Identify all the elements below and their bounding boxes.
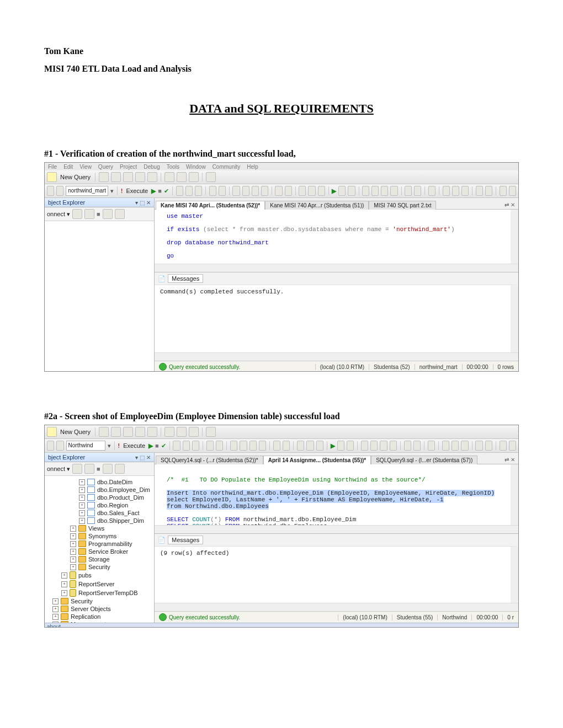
execute-excl-icon[interactable]: ! (118, 442, 120, 449)
toolbar-btn[interactable] (135, 172, 145, 182)
toolbar-btn[interactable] (192, 441, 199, 451)
stop-icon[interactable]: ■ (155, 442, 159, 449)
tree-item-label[interactable]: dbo.Employee_Dim (97, 486, 150, 493)
tree-item-label[interactable]: Security (71, 598, 93, 604)
toolbar-btn[interactable] (500, 186, 507, 196)
toolbar-btn[interactable] (413, 441, 421, 451)
execute-button[interactable]: Execute (122, 442, 146, 449)
toolbar-btn[interactable] (390, 186, 397, 196)
continue-icon[interactable]: ▶ (332, 188, 336, 195)
object-explorer-tree[interactable]: +dbo.DateDim +dbo.Employee_Dim +dbo.Prod… (45, 476, 154, 623)
oe-toolbar-btn[interactable] (84, 464, 94, 474)
toolbar-btn[interactable] (135, 427, 145, 437)
toolbar-btn[interactable] (273, 441, 280, 451)
toolbar-btn[interactable] (123, 172, 133, 182)
expand-icon[interactable]: + (79, 510, 85, 516)
new-query-button[interactable]: New Query (59, 174, 92, 180)
expand-icon[interactable]: + (79, 502, 85, 508)
toolbar-btn[interactable] (283, 441, 290, 451)
object-explorer-tree[interactable] (45, 221, 154, 372)
toolbar-btn[interactable] (362, 186, 369, 196)
toolbar-btn[interactable] (259, 441, 266, 451)
expand-icon[interactable]: + (52, 598, 59, 604)
tree-item-label[interactable]: Server Objects (71, 606, 111, 612)
toolbar-btn[interactable] (390, 441, 397, 451)
toolbar-btn[interactable] (316, 441, 323, 451)
toolbar-btn[interactable] (252, 186, 259, 196)
pane-controls[interactable]: ▾ ⬚ ✕ (135, 200, 151, 206)
menu-query[interactable]: Query (98, 164, 113, 170)
tree-item-label[interactable]: Service Broker (88, 548, 128, 555)
menu-file[interactable]: File (48, 164, 57, 170)
toolbar-btn[interactable] (428, 186, 435, 196)
expand-icon[interactable]: + (52, 606, 59, 612)
toolbar-btn[interactable] (371, 186, 379, 196)
connect-dropdown[interactable]: onnect ▾ (47, 211, 70, 218)
oe-toolbar-btn[interactable] (72, 464, 82, 474)
oe-stop-icon[interactable]: ■ (97, 465, 100, 472)
toolbar-btn[interactable] (442, 441, 449, 451)
stop-icon[interactable]: ■ (158, 188, 162, 194)
expand-icon[interactable]: + (70, 533, 76, 539)
toolbar-btn[interactable] (443, 186, 450, 196)
toolbar-btn[interactable] (485, 186, 492, 196)
continue-icon[interactable]: ▶ (331, 442, 335, 449)
toolbar-btn[interactable] (173, 441, 180, 451)
expand-icon[interactable]: + (61, 581, 67, 587)
expand-icon[interactable]: + (70, 556, 76, 563)
tab-controls[interactable]: ⇄ ✕ (501, 201, 518, 209)
toolbar-btn[interactable] (414, 186, 421, 196)
open-icon[interactable] (164, 172, 174, 182)
sql-editor[interactable]: use master if exists (select * from mast… (155, 210, 518, 264)
oe-stop-icon[interactable]: ■ (97, 211, 100, 217)
expand-icon[interactable]: + (70, 564, 76, 570)
toolbar-btn[interactable] (308, 186, 315, 196)
expand-icon[interactable]: + (70, 526, 76, 532)
menu-project[interactable]: Project (120, 164, 137, 170)
toolbar-btn[interactable] (185, 186, 193, 196)
expand-icon[interactable]: + (52, 622, 59, 623)
menu-view[interactable]: View (79, 164, 92, 170)
menu-debug[interactable]: Debug (144, 164, 160, 170)
toolbar-btn[interactable] (111, 172, 121, 182)
toolbar-btn[interactable] (299, 186, 306, 196)
toolbar-btn[interactable] (461, 186, 469, 196)
toolbar-btn[interactable] (509, 441, 516, 451)
oe-toolbar-btn[interactable] (115, 209, 125, 219)
tree-item-label[interactable]: ReportServerTempDB (78, 590, 138, 596)
toolbar-btn[interactable] (337, 441, 344, 451)
toolbar-btn[interactable] (147, 427, 157, 437)
toolbar-btn[interactable] (461, 441, 468, 451)
tree-item-label[interactable]: dbo.DateDim (97, 479, 132, 485)
toolbar-btn[interactable] (318, 186, 325, 196)
toolbar-btn[interactable] (216, 441, 223, 451)
toolbar-btn[interactable] (240, 441, 247, 451)
toolbar-btn[interactable] (261, 186, 268, 196)
toolbar-btn[interactable] (285, 186, 292, 196)
horizontal-scrollbar[interactable] (155, 603, 518, 611)
toolbar-btn[interactable] (206, 427, 216, 437)
tab[interactable]: Kane MISI 740 Apr...r (Studentsa (51)) (265, 201, 369, 210)
tree-item-label[interactable]: Programmability (88, 540, 132, 547)
toolbar-btn[interactable] (147, 172, 157, 182)
toolbar-btn[interactable] (99, 172, 109, 182)
toolbar-btn[interactable] (404, 441, 411, 451)
expand-icon[interactable]: + (52, 614, 59, 620)
sql-editor[interactable]: /* #1 TO DO Populate the EmployeeDim usi… (155, 464, 518, 525)
tree-item-label[interactable]: Replication (71, 613, 100, 620)
toolbar-btn[interactable] (405, 186, 412, 196)
execute-button[interactable]: Execute (125, 188, 149, 194)
toolbar-btn[interactable] (348, 186, 355, 196)
expand-icon[interactable]: + (70, 541, 76, 547)
toolbar-btn[interactable] (380, 441, 387, 451)
expand-icon[interactable]: + (79, 518, 85, 524)
toolbar-btn[interactable] (195, 186, 202, 196)
save-icon[interactable] (177, 172, 187, 182)
toolbar-btn[interactable] (209, 186, 216, 196)
oe-toolbar-btn[interactable] (84, 209, 94, 219)
db-icon[interactable] (47, 441, 54, 451)
expand-icon[interactable]: + (79, 479, 85, 485)
toolbar-btn[interactable] (381, 186, 388, 196)
tree-item-label[interactable]: dbo.Shipper_Dim (97, 517, 144, 524)
expand-icon[interactable]: + (61, 590, 67, 596)
